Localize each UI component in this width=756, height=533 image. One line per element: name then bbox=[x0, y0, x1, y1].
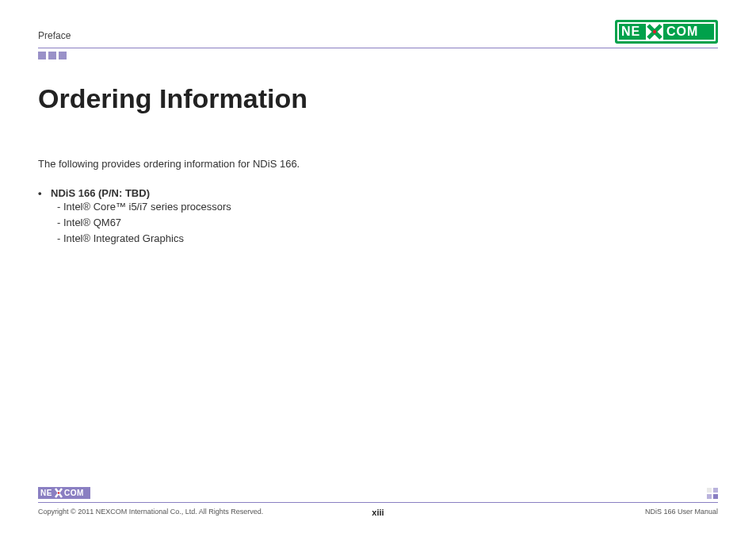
footer-brand-logo: NE COM bbox=[38, 487, 90, 499]
header-section-label: Preface bbox=[38, 30, 71, 44]
item-heading-text: NDiS 166 (P/N: TBD) bbox=[51, 187, 150, 199]
svg-text:COM: COM bbox=[666, 25, 698, 38]
ordering-list: • NDiS 166 (P/N: TBD) - Intel® Core™ i5/… bbox=[38, 187, 718, 247]
page-title: Ordering Information bbox=[38, 83, 718, 114]
copyright-text: Copyright © 2011 NEXCOM International Co… bbox=[38, 508, 263, 516]
list-sub-item: - Intel® Integrated Graphics bbox=[57, 231, 718, 247]
svg-text:NE: NE bbox=[621, 25, 640, 38]
brand-logo: NE COM bbox=[615, 20, 718, 44]
header-divider bbox=[38, 48, 718, 48]
list-sub-item: - Intel® QM67 bbox=[57, 215, 718, 231]
footer-decorative-dots bbox=[707, 488, 718, 499]
svg-point-10 bbox=[58, 492, 59, 493]
footer-divider bbox=[38, 502, 718, 503]
bullet-icon: • bbox=[38, 187, 51, 199]
svg-point-5 bbox=[653, 30, 656, 33]
intro-paragraph: The following provides ordering informat… bbox=[38, 158, 718, 170]
document-name: NDiS 166 User Manual bbox=[645, 508, 718, 516]
svg-text:COM: COM bbox=[64, 489, 84, 497]
page-number: xiii bbox=[372, 508, 384, 517]
list-sub-item: - Intel® Core™ i5/i7 series processors bbox=[57, 199, 718, 215]
svg-text:NE: NE bbox=[40, 489, 52, 497]
decorative-squares bbox=[38, 52, 718, 59]
list-item-heading: • NDiS 166 (P/N: TBD) bbox=[38, 187, 718, 199]
